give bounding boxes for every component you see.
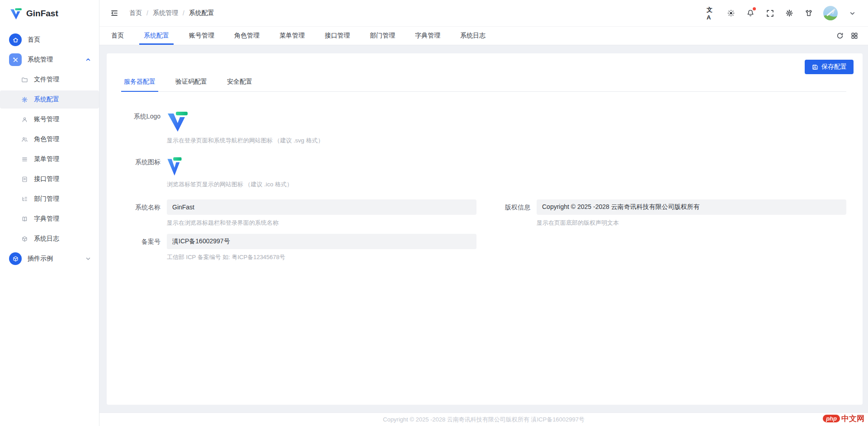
tab-home[interactable]: 首页 bbox=[110, 27, 125, 45]
users-icon bbox=[21, 136, 28, 143]
sidebar-item-label: 首页 bbox=[28, 36, 40, 44]
field-label: 版权信息 bbox=[493, 199, 530, 227]
field-copyright: 版权信息 显示在页面底部的版权声明文本 bbox=[485, 199, 846, 227]
form-row-icon: 系统图标 浏览器标签页显示的网站图标 （建议 .ico 格式） bbox=[123, 156, 846, 189]
breadcrumb-home[interactable]: 首页 bbox=[129, 9, 142, 17]
field-hint: 浏览器标签页显示的网站图标 （建议 .ico 格式） bbox=[167, 180, 476, 189]
refresh-icon[interactable] bbox=[836, 32, 844, 39]
cube-icon bbox=[21, 235, 28, 242]
brand[interactable]: GinFast bbox=[0, 0, 99, 27]
sidebar-item-account-management[interactable]: 账号管理 bbox=[0, 110, 99, 128]
tab-department-management[interactable]: 部门管理 bbox=[369, 27, 396, 45]
sidebar-item-label: 文件管理 bbox=[34, 76, 59, 84]
content-area: 保存配置 服务器配置 验证码配置 安全配置 系统Logo bbox=[99, 45, 868, 412]
sidebar-item-api-management[interactable]: 接口管理 bbox=[0, 170, 99, 188]
sidebar-item-system-management[interactable]: 系统管理 bbox=[0, 51, 99, 69]
brand-name: GinFast bbox=[26, 9, 58, 19]
form-row-logo: 系统Logo 显示在登录页面和系统导航栏的网站图标 （建议 .svg 格式） bbox=[123, 111, 846, 145]
chevron-up-icon bbox=[85, 57, 91, 62]
ginfast-logo-icon bbox=[10, 8, 22, 20]
app-root: GinFast 首页 系统管理 bbox=[0, 0, 868, 426]
chevron-down-icon[interactable] bbox=[847, 8, 857, 18]
theme-sun-icon[interactable] bbox=[726, 8, 736, 18]
tab-system-config[interactable]: 系统配置 bbox=[143, 27, 170, 45]
config-card: 保存配置 服务器配置 验证码配置 安全配置 系统Logo bbox=[107, 53, 863, 405]
sidebar-item-dictionary-management[interactable]: 字典管理 bbox=[0, 210, 99, 228]
menu-lines-icon bbox=[21, 156, 28, 163]
breadcrumb-current: 系统配置 bbox=[189, 9, 214, 17]
main-column: 首页 / 系统管理 / 系统配置 文A bbox=[99, 0, 868, 426]
field-system-icon: 系统图标 浏览器标签页显示的网站图标 （建议 .ico 格式） bbox=[123, 156, 485, 189]
plugin-icon bbox=[9, 252, 22, 265]
footer: Copyright © 2025 -2028 云南奇讯科技有限公司版权所有 滇I… bbox=[99, 412, 868, 426]
field-hint: 工信部 ICP 备案编号 如: 粤ICP备12345678号 bbox=[167, 253, 476, 261]
footer-copyright: Copyright © 2025 -2028 云南奇讯科技有限公司版权所有 滇I… bbox=[383, 416, 585, 424]
sidebar-item-file-management[interactable]: 文件管理 bbox=[0, 71, 99, 89]
page-tabs: 首页 系统配置 账号管理 角色管理 菜单管理 接口管理 部门管理 字典管理 系统… bbox=[110, 27, 486, 45]
form-row-name-copyright: 系统名称 显示在浏览器标题栏和登录界面的系统名称 版权信息 显示在页面底部的版权… bbox=[123, 199, 846, 227]
tab-system-logs[interactable]: 系统日志 bbox=[459, 27, 486, 45]
settings-gear-icon[interactable] bbox=[784, 8, 794, 18]
system-icon-preview[interactable] bbox=[167, 156, 476, 176]
bell-icon[interactable] bbox=[745, 8, 755, 18]
tab-security-config[interactable]: 安全配置 bbox=[226, 78, 253, 91]
sidebar-item-label: 系统日志 bbox=[34, 235, 59, 243]
header-actions: 文A bbox=[707, 6, 857, 20]
sidebar-item-menu-management[interactable]: 菜单管理 bbox=[0, 150, 99, 168]
tab-server-config[interactable]: 服务器配置 bbox=[123, 78, 156, 91]
sidebar-item-system-logs[interactable]: 系统日志 bbox=[0, 230, 99, 248]
fullscreen-icon[interactable] bbox=[765, 8, 775, 18]
system-logo-preview[interactable] bbox=[167, 111, 476, 133]
tab-account-management[interactable]: 账号管理 bbox=[188, 27, 215, 45]
field-label: 系统Logo bbox=[123, 111, 160, 145]
field-icp: 备案号 工信部 ICP 备案编号 如: 粤ICP备12345678号 bbox=[123, 234, 485, 261]
breadcrumb: 首页 / 系统管理 / 系统配置 bbox=[129, 9, 214, 17]
field-label: 备案号 bbox=[123, 234, 160, 261]
translate-icon[interactable]: 文A bbox=[707, 8, 717, 18]
document-icon bbox=[21, 175, 28, 183]
sidebar-item-home[interactable]: 首页 bbox=[0, 31, 99, 49]
tab-menu-management[interactable]: 菜单管理 bbox=[278, 27, 306, 45]
tab-dictionary-management[interactable]: 字典管理 bbox=[414, 27, 441, 45]
copyright-input[interactable] bbox=[537, 199, 846, 215]
sidebar-item-label: 部门管理 bbox=[34, 195, 59, 203]
page-tabbar: 首页 系统配置 账号管理 角色管理 菜单管理 接口管理 部门管理 字典管理 系统… bbox=[99, 27, 868, 45]
sidebar-item-label: 账号管理 bbox=[34, 115, 59, 123]
sidebar-item-label: 菜单管理 bbox=[34, 155, 59, 163]
tools-icon bbox=[9, 53, 22, 66]
sidebar-item-label: 角色管理 bbox=[34, 135, 59, 143]
config-tabs: 服务器配置 验证码配置 安全配置 bbox=[123, 53, 846, 92]
sidebar-item-label: 接口管理 bbox=[34, 175, 59, 183]
header: 首页 / 系统管理 / 系统配置 文A bbox=[99, 0, 868, 27]
tab-api-management[interactable]: 接口管理 bbox=[324, 27, 351, 45]
sidebar-menu: 首页 系统管理 文件管理 bbox=[0, 27, 99, 426]
tab-role-management[interactable]: 角色管理 bbox=[233, 27, 260, 45]
avatar[interactable] bbox=[823, 6, 838, 20]
collapse-sidebar-icon[interactable] bbox=[110, 9, 118, 17]
translate-glyph: 文A bbox=[707, 6, 717, 21]
sidebar-item-label: 系统配置 bbox=[34, 95, 59, 104]
sidebar: GinFast 首页 系统管理 bbox=[0, 0, 99, 426]
notification-dot bbox=[753, 7, 756, 10]
folder-icon bbox=[21, 76, 28, 83]
save-config-button[interactable]: 保存配置 bbox=[805, 60, 854, 74]
sidebar-item-plugin-examples[interactable]: 插件示例 bbox=[0, 250, 99, 268]
sidebar-item-role-management[interactable]: 角色管理 bbox=[0, 130, 99, 148]
layout-grid-icon[interactable] bbox=[851, 32, 858, 39]
breadcrumb-separator: / bbox=[146, 9, 148, 17]
field-hint: 显示在浏览器标题栏和登录界面的系统名称 bbox=[167, 219, 476, 227]
breadcrumb-system-management[interactable]: 系统管理 bbox=[153, 9, 178, 17]
tshirt-icon[interactable] bbox=[804, 8, 814, 18]
field-hint: 显示在登录页面和系统导航栏的网站图标 （建议 .svg 格式） bbox=[167, 137, 476, 145]
system-name-input[interactable] bbox=[167, 199, 476, 215]
gear-icon bbox=[21, 96, 28, 103]
save-config-label: 保存配置 bbox=[821, 63, 847, 71]
save-icon bbox=[811, 64, 818, 71]
tree-icon bbox=[21, 195, 28, 203]
icp-input[interactable] bbox=[167, 234, 476, 249]
sidebar-item-system-config[interactable]: 系统配置 bbox=[0, 90, 99, 109]
breadcrumb-separator: / bbox=[183, 9, 184, 17]
form-row-icp: 备案号 工信部 ICP 备案编号 如: 粤ICP备12345678号 bbox=[123, 234, 846, 261]
tab-captcha-config[interactable]: 验证码配置 bbox=[175, 78, 208, 91]
sidebar-item-department-management[interactable]: 部门管理 bbox=[0, 190, 99, 208]
